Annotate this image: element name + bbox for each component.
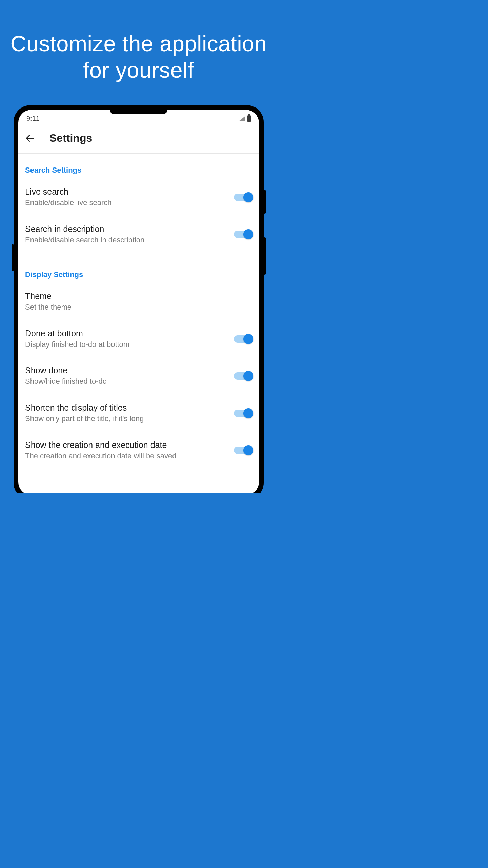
toggle-done-bottom[interactable]: [234, 335, 252, 343]
setting-title: Show the creation and execution date: [25, 440, 227, 450]
phone-side-button-right-2: [264, 237, 266, 275]
status-icons: [239, 115, 251, 122]
app-bar: Settings: [18, 124, 259, 154]
setting-title: Live search: [25, 187, 227, 197]
status-time: 9:11: [26, 115, 40, 122]
setting-subtitle: Enable/disable search in description: [25, 235, 227, 245]
page-title: Settings: [49, 132, 92, 144]
promo-headline: Customize the application for yourself: [0, 0, 277, 83]
toggle-show-done[interactable]: [234, 372, 252, 380]
setting-text: Shorten the display of titles Show only …: [25, 403, 234, 424]
setting-title: Done at bottom: [25, 329, 227, 338]
setting-subtitle: The creation and execution date will be …: [25, 451, 227, 461]
signal-icon: [239, 116, 245, 121]
setting-text: Search in description Enable/disable sea…: [25, 224, 234, 245]
phone-side-button-right-1: [264, 190, 266, 214]
phone-frame: 9:11 Settings Search Settings Live searc…: [14, 105, 264, 493]
back-button[interactable]: [24, 133, 35, 144]
setting-text: Done at bottom Display finished to-do at…: [25, 329, 234, 350]
setting-creation-date[interactable]: Show the creation and execution date The…: [18, 432, 259, 469]
toggle-creation-date[interactable]: [234, 447, 252, 454]
setting-title: Search in description: [25, 224, 227, 234]
setting-subtitle: Set the theme: [25, 302, 245, 312]
toggle-live-search[interactable]: [234, 194, 252, 201]
setting-title: Shorten the display of titles: [25, 403, 227, 413]
battery-icon: [247, 115, 251, 122]
setting-text: Theme Set the theme: [25, 291, 252, 312]
setting-title: Show done: [25, 366, 227, 375]
setting-search-description[interactable]: Search in description Enable/disable sea…: [18, 216, 259, 253]
setting-theme[interactable]: Theme Set the theme: [18, 283, 259, 320]
setting-subtitle: Display finished to-do at bottom: [25, 340, 227, 350]
setting-text: Live search Enable/disable live search: [25, 187, 234, 208]
arrow-left-icon: [25, 133, 35, 143]
setting-show-done[interactable]: Show done Show/hide finished to-do: [18, 357, 259, 395]
section-header-search: Search Settings: [18, 154, 259, 179]
setting-title: Theme: [25, 291, 245, 301]
setting-live-search[interactable]: Live search Enable/disable live search: [18, 179, 259, 216]
phone-notch: [110, 110, 167, 114]
section-header-display: Display Settings: [18, 258, 259, 283]
setting-subtitle: Show only part of the title, if it's lon…: [25, 414, 227, 424]
setting-subtitle: Enable/disable live search: [25, 198, 227, 208]
toggle-search-description[interactable]: [234, 231, 252, 238]
phone-screen: 9:11 Settings Search Settings Live searc…: [18, 110, 259, 493]
setting-shorten-titles[interactable]: Shorten the display of titles Show only …: [18, 395, 259, 432]
setting-subtitle: Show/hide finished to-do: [25, 377, 227, 387]
setting-text: Show the creation and execution date The…: [25, 440, 234, 461]
setting-done-bottom[interactable]: Done at bottom Display finished to-do at…: [18, 320, 259, 358]
setting-text: Show done Show/hide finished to-do: [25, 366, 234, 387]
settings-list: Search Settings Live search Enable/disab…: [18, 154, 259, 469]
toggle-shorten-titles[interactable]: [234, 410, 252, 417]
